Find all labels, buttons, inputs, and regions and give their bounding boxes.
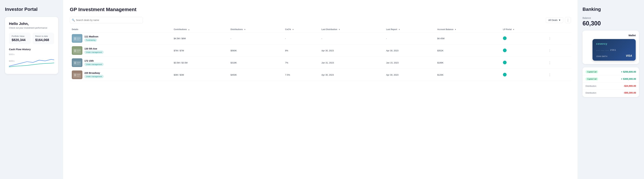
tx-type-label: Distribution [586,92,596,94]
wallet-section: Wallet covercy .... .... .... 2561 JOHN … [582,30,639,64]
lp-portal-dot [503,73,506,76]
deal-lp-portal [501,57,545,69]
deal-details-cell: 172 15th Under management [70,57,172,69]
deal-badge: Under management [84,75,104,78]
center-panel-title: GP Investment Management [70,7,571,12]
row-menu-icon[interactable]: ⋮ [547,72,552,77]
table-row: 220 Broadway Under management $3M / $3M … [70,69,571,81]
deal-coc: 7.5% [283,69,319,81]
deal-name: 111 Madison [84,35,98,38]
all-deals-filter[interactable]: All Deals ▼ [546,17,563,23]
transaction-row: Capital Call + $250,600.00 [582,68,639,76]
transaction-row: Distribution -$50,300.00 [582,90,639,96]
row-menu-icon[interactable]: ⋮ [547,60,552,65]
col-distributions[interactable]: Distributions ▼ [228,26,283,32]
card-number: .... .... .... 2561 [596,49,632,51]
banking-panel: Banking Balance 60,300 Wallet covercy ..… [578,0,644,179]
search-input[interactable] [70,17,143,23]
deal-distributions: $450K [228,69,283,81]
deal-row-menu[interactable]: ⋮ [545,32,571,44]
deal-coc: 8% [283,44,319,57]
deal-name: 130 5th Ave [84,47,104,50]
sort-lp-icon: ▼ [513,28,514,30]
deal-account-balance: $189K [435,57,501,69]
deal-account-balance: $126K [435,69,501,81]
table-row: 111 Madison Fundraising $4.5M / $6M - - … [70,32,571,44]
deal-row-menu[interactable]: ⋮ [545,44,571,57]
sort-last-report-icon: ▼ [398,28,400,30]
deal-row-menu[interactable]: ⋮ [545,69,571,81]
table-row: 130 5th Ave Under management $7M / $7M $… [70,44,571,57]
svg-rect-2 [74,38,76,40]
deal-contributions: $3.5M / $3.5M [172,57,228,69]
hello-card: Hello John, Check out your investment pe… [5,17,58,74]
deal-row-menu[interactable]: ⋮ [545,57,571,69]
col-lp-portal[interactable]: LP Portal ▼ [501,26,545,32]
deal-lp-portal [501,32,545,44]
metrics-row: Portfolio Value $820,344 Return to date … [9,33,54,44]
deal-coc: - [283,32,319,44]
deal-last-distribution: Apr 30, 2023 [319,69,384,81]
deal-contributions: $3M / $3M [172,69,228,81]
sort-coc-icon: ▼ [292,28,294,30]
portfolio-value: $820,344 [12,38,28,42]
deals-tbody: 111 Madison Fundraising $4.5M / $6M - - … [70,32,571,81]
deal-last-distribution: Jan 31, 2023 [319,57,384,69]
deal-contributions: $7M / $7M [172,44,228,57]
cashflow-chart: $300 k $200 k [9,53,54,70]
deal-image [72,46,82,55]
svg-rect-14 [77,64,80,64]
col-contributions[interactable]: Contributions ▲ [172,26,228,32]
transactions-list: Capital Call + $250,600.00 Capital Call … [582,67,639,97]
investor-portal-panel: Investor Portal Hello John, Check out yo… [0,0,63,179]
deal-last-distribution: Apr 30, 2023 [319,44,384,57]
col-actions [545,26,571,32]
deal-lp-portal [501,44,545,57]
deal-details-cell: 220 Broadway Under management [70,69,172,81]
portfolio-label: Portfolio Value [12,35,28,38]
svg-rect-17 [74,74,76,76]
deal-name: 220 Broadway [84,72,104,74]
tx-type-badge: Capital Call [586,70,598,73]
svg-rect-9 [77,52,80,52]
greeting-subtitle: Check out your investment performance [9,26,54,29]
deal-badge: Under management [84,63,104,66]
col-last-report[interactable]: Last Report ▼ [384,26,435,32]
deal-last-distribution: - [319,32,384,44]
svg-rect-3 [77,38,80,39]
svg-rect-18 [77,74,80,75]
tx-amount: -$50,300.00 [624,92,636,94]
row-menu-icon[interactable]: ⋮ [547,36,552,41]
deal-account-balance: $352K [435,44,501,57]
deals-table: Details Contributions ▲ Distributions ▼ … [70,26,571,81]
balance-label: Balance [582,16,639,19]
return-value-box: Return to date $164,068 [32,33,54,44]
wallet-title: Wallet [586,34,636,37]
deal-last-report: Jan 15, 2023 [384,57,435,69]
lp-portal-dot [503,48,506,52]
deal-name: 172 15th [84,60,104,62]
col-details: Details [70,26,172,32]
sort-last-dist-icon: ▼ [338,28,340,30]
row-menu-icon[interactable]: ⋮ [547,48,552,53]
search-input-wrap: 🔍 [70,17,143,23]
deal-details-cell: 130 5th Ave Under management [70,44,172,57]
svg-rect-4 [77,40,80,40]
col-last-distribution[interactable]: Last Distribution ▼ [319,26,384,32]
col-account-balance[interactable]: Account Balance ▼ [435,26,501,32]
tx-amount: -$24,900.00 [624,84,636,87]
investor-portal-title: Investor Portal [5,7,58,12]
cashflow-title: Cash Flow History [9,48,54,51]
return-label: Return to date [35,35,52,38]
banking-title: Banking [582,7,639,12]
deal-last-report: Apr 30, 2023 [384,44,435,57]
table-options-button[interactable]: ⋮ [565,17,571,23]
search-bar-row: 🔍 All Deals ▼ ⋮ [70,17,571,23]
deal-image [72,34,82,43]
svg-rect-12 [74,62,76,64]
cashflow-svg [9,53,54,70]
deal-details-cell: 111 Madison Fundraising [70,32,172,44]
chart-label-200k: $200 k [9,60,14,62]
col-coc[interactable]: CoC% ▼ [283,26,319,32]
table-header: Details Contributions ▲ Distributions ▼ … [70,26,571,32]
